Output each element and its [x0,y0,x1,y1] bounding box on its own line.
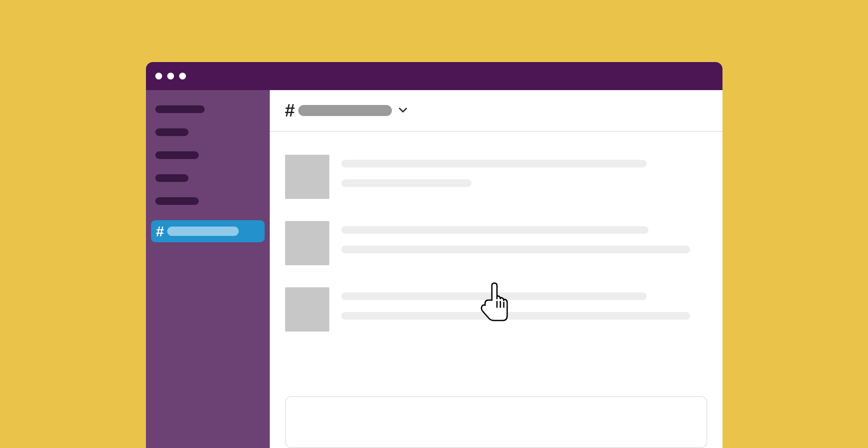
channel-header[interactable]: # [270,90,722,132]
sidebar-item[interactable] [155,197,199,205]
message-text-line [341,226,648,234]
sidebar-channel-selected[interactable]: # [151,220,265,242]
message-list [270,132,722,448]
hash-icon: # [156,224,164,238]
minimize-window-dot[interactable] [167,73,174,79]
message-body [341,287,707,332]
message-text-line [341,179,471,187]
chevron-down-icon [399,108,407,113]
message-text-line [341,312,690,320]
message-text-line [341,160,647,167]
message-body [341,155,707,199]
message-item[interactable] [285,221,707,265]
sidebar-item[interactable] [155,128,188,136]
main-panel: # [270,90,722,448]
close-window-dot[interactable] [155,73,162,79]
sidebar-channel-label [167,227,239,236]
message-text-line [341,246,690,253]
channel-name [298,105,392,116]
app-body: # # [146,90,722,448]
hash-icon: # [285,102,295,119]
avatar[interactable] [285,155,329,199]
message-body [341,221,707,265]
sidebar-item[interactable] [155,151,199,159]
avatar[interactable] [285,221,329,265]
avatar[interactable] [285,287,329,332]
message-composer[interactable] [285,396,707,448]
sidebar-item[interactable] [155,174,188,182]
app-window: # # [146,62,722,448]
titlebar [146,62,722,90]
maximize-window-dot[interactable] [179,73,186,79]
message-item[interactable] [285,155,707,199]
sidebar-item[interactable] [155,105,205,113]
message-text-line [341,292,647,300]
sidebar: # [146,90,270,448]
message-item[interactable] [285,287,707,332]
